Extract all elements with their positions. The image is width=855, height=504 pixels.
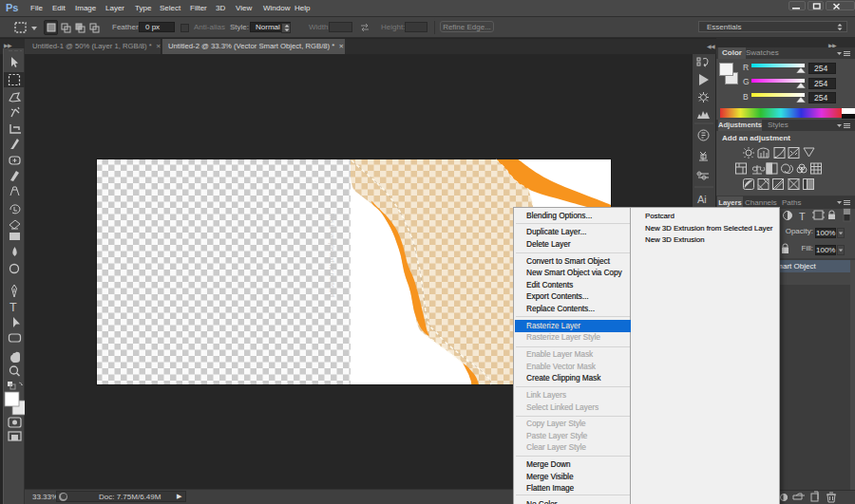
svg-text:Ai: Ai [697, 194, 707, 205]
svg-text:this is sample text for postca: this is sample text for postcard [328, 214, 335, 297]
svg-text:T: T [10, 301, 17, 314]
svg-text:T: T [799, 211, 806, 222]
